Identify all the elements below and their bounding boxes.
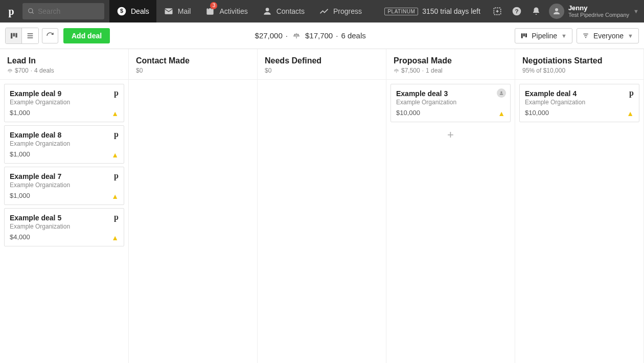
warning-icon: ▲ — [111, 192, 119, 200]
deal-title: Example deal 8 — [10, 131, 119, 139]
column-sub-deals: 4 deals — [34, 67, 54, 74]
column-sub-amount: $7,500 — [401, 67, 420, 74]
forecast-view-button[interactable] — [42, 28, 58, 43]
column-sub-amount: $0 — [136, 67, 143, 74]
column-sub-amount: $0 — [265, 67, 271, 74]
column-body[interactable]: Example deal 9Example Organization$1,000… — [0, 80, 128, 254]
nav-contacts[interactable]: Contacts — [255, 0, 312, 22]
deal-org: Example Organization — [10, 182, 119, 189]
search-wrap[interactable] — [22, 3, 104, 19]
deal-amount: $4,000 — [10, 233, 119, 241]
deal-title: Example deal 3 — [396, 89, 505, 98]
column-header: Needs Defined$0 — [258, 49, 386, 80]
svg-rect-15 — [11, 33, 12, 38]
app-logo[interactable]: p — [0, 6, 22, 17]
svg-rect-4 — [165, 8, 172, 14]
deal-org: Example Organization — [10, 140, 119, 147]
activities-badge: 3 — [210, 2, 217, 9]
column-header: Contact Made$0 — [129, 49, 257, 80]
org-logo: p — [114, 213, 119, 222]
deal-amount: $10,000 — [525, 109, 634, 117]
org-logo: p — [114, 171, 119, 180]
deal-amount: $1,000 — [10, 109, 119, 117]
top-nav: p $ Deals Mail 3 Activities Contacts — [0, 0, 644, 22]
column-title: Negotiations Started — [522, 56, 636, 65]
svg-point-0 — [29, 9, 33, 13]
svg-rect-21 — [521, 33, 523, 38]
column-title: Lead In — [7, 56, 121, 65]
owner-filter[interactable]: Everyone ▼ — [577, 28, 639, 43]
column-sub-deals: 1 deal — [426, 67, 443, 74]
deal-title: Example deal 7 — [10, 172, 119, 180]
column-sub-amount: $700 — [15, 67, 29, 74]
pipeline-column: Lead In$700 · 4 dealsExample deal 9Examp… — [0, 49, 129, 363]
add-deal-button[interactable]: Add deal — [63, 28, 110, 43]
kanban-view-button[interactable] — [6, 28, 22, 43]
column-subtitle: 95% of $10,000 — [522, 67, 636, 74]
svg-rect-5 — [207, 8, 214, 15]
help-button[interactable]: ? — [507, 0, 526, 22]
search-input[interactable] — [38, 7, 99, 15]
column-body[interactable]: Example deal 3Example Organization$10,00… — [386, 80, 515, 149]
plan-tag: PLATINUM — [384, 8, 418, 15]
pipeline-column: Proposal Made$7,500 · 1 dealExample deal… — [386, 49, 515, 363]
pipeline-selector[interactable]: Pipeline ▼ — [515, 28, 572, 43]
mail-icon — [164, 6, 174, 16]
nav-mail[interactable]: Mail — [156, 0, 198, 22]
summary-total: $27,000 — [255, 31, 283, 40]
deal-card[interactable]: Example deal 7Example Organization$1,000… — [4, 167, 124, 205]
nav-progress[interactable]: Progress — [312, 0, 369, 22]
pipeline-column: Negotiations Started95% of $10,000Exampl… — [515, 49, 644, 363]
scale-icon — [7, 68, 13, 74]
column-title: Contact Made — [136, 56, 250, 65]
chevron-down-icon: ▼ — [628, 33, 633, 39]
dot-sep: · — [336, 31, 338, 40]
deal-amount: $10,000 — [396, 109, 505, 117]
filter-icon — [582, 32, 589, 39]
search-icon — [28, 8, 35, 15]
column-body[interactable] — [129, 80, 257, 88]
deal-title: Example deal 5 — [10, 214, 119, 222]
deals-board: Lead In$700 · 4 dealsExample deal 9Examp… — [0, 49, 644, 363]
user-menu[interactable]: Jenny Test Pipedrive Company ▼ — [546, 4, 644, 19]
pipeline-label: Pipeline — [532, 32, 557, 40]
deal-card[interactable]: Example deal 9Example Organization$1,000… — [4, 84, 124, 122]
add-card-button[interactable]: + — [390, 125, 511, 145]
view-toggle-group — [5, 28, 39, 44]
notifications-button[interactable] — [526, 0, 546, 22]
column-body[interactable]: Example deal 4Example Organization$10,00… — [515, 80, 643, 129]
warning-icon: ▲ — [111, 109, 119, 118]
deal-card[interactable]: Example deal 8Example Organization$1,000… — [4, 125, 124, 164]
quick-add-button[interactable] — [488, 0, 507, 22]
user-text: Jenny Test Pipedrive Company — [568, 5, 629, 18]
owner-avatar — [497, 88, 506, 98]
nav-deals[interactable]: $ Deals — [109, 0, 156, 22]
warning-icon: ▲ — [111, 151, 119, 159]
deal-org: Example Organization — [10, 99, 119, 106]
column-body[interactable] — [258, 80, 386, 88]
summary-deals: 6 deals — [341, 31, 365, 40]
org-logo: p — [114, 88, 119, 98]
nav-activities[interactable]: 3 Activities — [198, 0, 255, 22]
svg-rect-23 — [525, 33, 527, 37]
user-name: Jenny — [568, 5, 629, 12]
warning-icon: ▲ — [498, 109, 505, 118]
column-header: Proposal Made$7,500 · 1 deal — [386, 49, 515, 80]
org-logo: p — [629, 88, 634, 98]
pipeline-icon — [520, 32, 527, 39]
nav-deals-label: Deals — [131, 7, 149, 15]
org-logo: p — [114, 130, 119, 139]
deal-card[interactable]: Example deal 4Example Organization$10,00… — [519, 84, 639, 122]
warning-icon: ▲ — [627, 109, 634, 118]
svg-rect-17 — [15, 33, 17, 37]
deal-card[interactable]: Example deal 5Example Organization$4,000… — [4, 208, 124, 246]
svg-text:$: $ — [120, 8, 123, 14]
svg-rect-16 — [13, 33, 14, 36]
deal-org: Example Organization — [10, 223, 119, 230]
nav-contacts-label: Contacts — [277, 7, 305, 15]
list-view-button[interactable] — [22, 28, 38, 43]
deal-card[interactable]: Example deal 3Example Organization$10,00… — [390, 84, 511, 122]
logo-glyph: p — [8, 6, 14, 17]
deal-title: Example deal 4 — [525, 89, 634, 98]
contacts-icon — [262, 6, 272, 16]
